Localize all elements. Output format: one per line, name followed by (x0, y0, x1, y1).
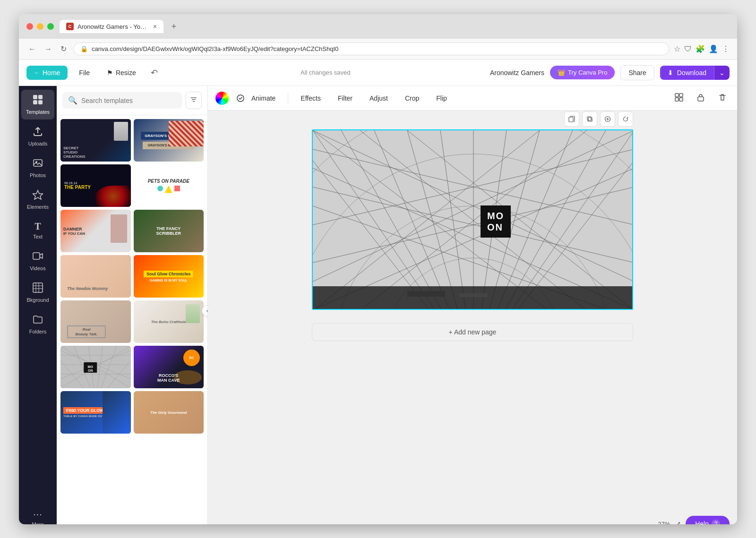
template-card-damner[interactable]: DAMNER IF YOU CAN (60, 210, 131, 252)
adjust-button[interactable]: Adjust (365, 92, 393, 105)
share-button[interactable]: Share (620, 65, 654, 80)
template-card-rocco[interactable]: RC ROCCO'S MAN CAVE (134, 346, 204, 388)
template-card-secret-studio[interactable]: SECRET STUDIO CREATIONS (60, 119, 131, 162)
svg-rect-35 (679, 94, 683, 97)
sidebar-item-photos[interactable]: Photos (21, 153, 54, 183)
close-button[interactable] (26, 23, 33, 30)
search-input-wrap[interactable]: 🔍 (62, 92, 182, 109)
template-card-beauty[interactable]: Real Beauty Talk. (60, 300, 131, 343)
svg-text:ON: ON (88, 369, 93, 372)
sidebar-item-more[interactable]: ··· More (21, 504, 54, 524)
moon-badge[interactable]: MO ON (481, 205, 511, 238)
effects-button[interactable]: Effects (296, 92, 326, 105)
refresh-button[interactable]: ↻ (59, 43, 69, 55)
tab-close-icon[interactable]: × (153, 23, 157, 30)
zoom-expand-button[interactable]: ⤢ (675, 520, 681, 525)
duplicate-button[interactable] (582, 111, 597, 127)
maximize-button[interactable] (47, 23, 54, 30)
template-row: Real Beauty Talk. The Boho Crafthole (60, 300, 204, 343)
grid-view-button[interactable] (672, 90, 686, 106)
url-text: canva.com/design/DAEGwlxvWrk/ogWIQql2I3a… (92, 45, 338, 52)
template-card-pets[interactable]: PETS ON PARADE (134, 164, 204, 207)
new-tab-button[interactable]: + (167, 20, 180, 33)
background-icon (33, 282, 43, 295)
shield-button[interactable]: 🛡 (684, 44, 692, 53)
templates-grid: SECRET STUDIO CREATIONS GRAYSON'S GAMING… (57, 115, 207, 524)
resize-button[interactable]: ⚑ Resize (101, 66, 142, 80)
template-card-grid-arch[interactable]: MO ON (60, 346, 131, 388)
add-button[interactable] (600, 111, 615, 127)
sidebar-label-videos: Videos (30, 265, 45, 271)
download-dropdown-button[interactable]: ⌄ (714, 66, 730, 80)
profile-button[interactable]: 👤 (709, 44, 718, 53)
download-label: Download (677, 69, 706, 77)
zoom-level: 27% (658, 521, 670, 525)
template-card-findglow[interactable]: FIND YOUR GLOW TABLE BY CANVA MADE OUT N… (60, 391, 131, 434)
home-button[interactable]: ← Home (26, 66, 68, 80)
template-row: SECRET STUDIO CREATIONS GRAYSON'S GAMING… (60, 119, 204, 162)
pro-label: Try Canva Pro (568, 69, 607, 76)
canvas-footer: 27% ⤢ Help ? (208, 512, 737, 524)
download-group: ⬇ Download ⌄ (660, 66, 730, 80)
arch-preview-svg: MO ON (60, 346, 131, 388)
project-name: Aronowitz Gamers (490, 69, 544, 77)
app-toolbar: ← Home File ⚑ Resize ↶ All changes saved… (19, 60, 737, 86)
separator (288, 93, 288, 104)
minimize-button[interactable] (37, 23, 43, 30)
copy-page-button[interactable] (564, 111, 579, 127)
back-button[interactable]: ← (26, 43, 38, 55)
sidebar-item-folders[interactable]: Folders (21, 309, 54, 339)
traffic-lights (26, 23, 54, 30)
canvas-element[interactable]: MO ON (312, 129, 633, 310)
sidebar-item-templates[interactable]: Templates (21, 90, 54, 120)
canvas-wrapper[interactable]: MO ON + Add new page (208, 111, 737, 512)
menu-button[interactable]: ⋮ (722, 44, 730, 53)
crop-button[interactable]: Crop (400, 92, 424, 105)
template-card-boho[interactable]: The Boho Crafthole (134, 300, 204, 343)
add-page-button[interactable]: + Add new page (312, 323, 633, 341)
help-button[interactable]: Help ? (686, 516, 730, 524)
file-button[interactable]: File (73, 66, 95, 80)
browser-tab[interactable]: C Aronowitz Gamers - YouTube C × (60, 20, 163, 33)
sidebar-item-uploads[interactable]: Uploads (21, 121, 54, 151)
sidebar-item-elements[interactable]: Elements (21, 185, 54, 214)
search-icon: 🔍 (68, 96, 77, 105)
animate-button[interactable]: Animate (247, 92, 280, 105)
uploads-icon (33, 126, 43, 139)
template-card-party[interactable]: 06.19.14 THE PARTY (60, 164, 131, 207)
svg-rect-40 (587, 117, 591, 120)
search-input[interactable] (81, 97, 176, 104)
sidebar-item-videos[interactable]: Videos (21, 246, 54, 276)
undo-button[interactable]: ↶ (147, 64, 161, 81)
refresh-button[interactable] (618, 111, 633, 127)
template-card-newbie[interactable]: The Newbie Mommy (60, 255, 131, 298)
template-row: FIND YOUR GLOW TABLE BY CANVA MADE OUT N… (60, 391, 204, 434)
bookmark-button[interactable]: ☆ (674, 44, 680, 53)
template-card-grayson[interactable]: GRAYSON'S GAMING DEN GRAYSON'S GAMING DE… (134, 119, 204, 162)
filter-button[interactable] (186, 92, 202, 109)
sidebar-item-text[interactable]: T Text (21, 216, 54, 244)
lock-button[interactable] (694, 90, 708, 106)
delete-button[interactable] (715, 90, 730, 106)
try-pro-button[interactable]: 👑 Try Canva Pro (550, 66, 615, 79)
flip-button[interactable]: Flip (431, 92, 452, 105)
canva-app: ← Home File ⚑ Resize ↶ All changes saved… (19, 60, 737, 524)
svg-rect-80 (459, 293, 488, 297)
sidebar-label-photos: Photos (30, 172, 46, 178)
extensions-button[interactable]: 🧩 (696, 44, 705, 53)
template-card-fancy[interactable]: THE FANCY SCRIBBLER (134, 210, 204, 252)
resize-icon: ⚑ (107, 69, 113, 77)
address-bar[interactable]: 🔒 canva.com/design/DAEGwlxvWrk/ogWIQql2I… (73, 43, 669, 55)
download-button[interactable]: ⬇ Download (660, 66, 714, 80)
sidebar-item-background[interactable]: Bkground (21, 278, 54, 307)
filter-button[interactable]: Filter (333, 92, 357, 105)
color-wheel[interactable] (215, 92, 229, 105)
canvas-background (313, 130, 633, 310)
tab-favicon: C (66, 23, 74, 30)
svg-rect-4 (34, 160, 42, 166)
forward-button[interactable]: → (43, 43, 54, 55)
template-row: DAMNER IF YOU CAN THE FANCY SCRIBBLER (60, 210, 204, 252)
svg-rect-79 (407, 291, 445, 297)
template-card-soulglow[interactable]: Soul Glow Chronicles GAMING IS IN MY SOU… (134, 255, 204, 298)
template-card-girly[interactable]: The Girly Gourmand (134, 391, 204, 434)
